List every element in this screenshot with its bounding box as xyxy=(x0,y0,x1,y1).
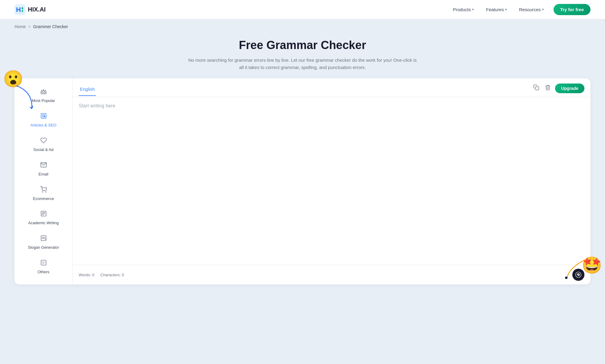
others-icon xyxy=(40,259,47,268)
sidebar-label-social-ad: Social & Ad xyxy=(33,147,54,152)
breadcrumb-home[interactable]: Home xyxy=(15,24,26,29)
svg-point-24 xyxy=(42,261,43,262)
logo-icon xyxy=(15,4,25,15)
crown-icon xyxy=(40,88,47,97)
breadcrumb-separator: > xyxy=(28,24,31,29)
articles-icon xyxy=(40,113,47,121)
sidebar-item-slogan-generator[interactable]: Slogan Generator xyxy=(17,231,70,254)
academic-icon xyxy=(40,210,47,219)
sidebar-item-articles-seo[interactable]: Articles & SEO xyxy=(17,108,70,132)
features-chevron-icon: ▾ xyxy=(505,8,507,11)
sidebar-label-slogan-generator: Slogan Generator xyxy=(28,245,59,250)
emoji-arrow-left xyxy=(15,84,36,112)
breadcrumb: Home > Grammer Checker xyxy=(0,19,605,29)
header: HIX.AI Products ▾ Features ▾ Resources ▾… xyxy=(0,0,605,19)
sidebar-label-articles-seo: Articles & SEO xyxy=(31,123,57,128)
word-count: Words: 0 xyxy=(79,273,94,277)
main-card: Most Popular Articles & SEO Social & Ad … xyxy=(15,78,590,284)
svg-point-14 xyxy=(42,192,43,192)
toolbar-right: Upgrade xyxy=(532,83,584,97)
svg-rect-20 xyxy=(41,236,46,241)
hero-section: Free Grammar Checker No more searching f… xyxy=(0,29,605,78)
sidebar-item-others[interactable]: Others xyxy=(17,255,70,279)
svg-point-30 xyxy=(42,264,43,264)
emoji-decoration-left: 😮 xyxy=(3,69,23,88)
editor-footer: Words: 0 Characters: 0 xyxy=(73,265,590,284)
try-for-free-button[interactable]: Try for free xyxy=(554,4,590,15)
nav-features[interactable]: Features ▾ xyxy=(481,5,512,15)
svg-rect-1 xyxy=(16,7,18,12)
breadcrumb-current: Grammer Checker xyxy=(33,24,68,29)
svg-point-4 xyxy=(21,7,23,9)
editor-body[interactable]: Start writing here xyxy=(73,97,590,265)
main-content: 😮 🤩 Most Popular A xyxy=(0,78,605,299)
svg-point-27 xyxy=(42,262,43,263)
editor-area: English xyxy=(73,78,590,284)
sidebar-item-email[interactable]: Email xyxy=(17,157,70,181)
svg-rect-5 xyxy=(22,10,23,12)
sidebar-label-others: Others xyxy=(38,270,49,275)
logo-text: HIX.AI xyxy=(28,6,46,13)
svg-point-15 xyxy=(45,192,46,192)
emoji-decoration-right: 🤩 xyxy=(582,256,602,275)
svg-point-6 xyxy=(565,277,567,279)
slogan-icon xyxy=(40,235,47,243)
editor-placeholder: Start writing here xyxy=(79,103,584,109)
svg-point-29 xyxy=(44,262,45,263)
upgrade-button[interactable]: Upgrade xyxy=(555,84,584,93)
word-count-area: Words: 0 Characters: 0 xyxy=(79,273,124,277)
logo[interactable]: HIX.AI xyxy=(15,4,46,15)
sidebar-item-social-ad[interactable]: Social & Ad xyxy=(17,133,70,157)
svg-rect-3 xyxy=(18,9,19,10)
svg-rect-32 xyxy=(536,87,539,90)
svg-point-26 xyxy=(44,261,45,262)
editor-toolbar: English xyxy=(73,78,590,97)
hero-description: No more searching for grammar errors lin… xyxy=(188,57,418,71)
sidebar-label-ecommerce: Ecommerce xyxy=(33,196,54,202)
sidebar-item-academic-writing[interactable]: Academic Writing xyxy=(17,206,70,230)
delete-button[interactable] xyxy=(544,83,552,93)
tab-row: English xyxy=(79,84,96,96)
emoji-arrow-right xyxy=(563,258,587,279)
email-icon xyxy=(40,162,47,170)
main-nav: Products ▾ Features ▾ Resources ▾ Try fo… xyxy=(448,4,590,15)
char-count: Characters: 0 xyxy=(100,273,124,277)
svg-point-28 xyxy=(43,262,44,263)
tab-english[interactable]: English xyxy=(79,84,96,96)
products-chevron-icon: ▾ xyxy=(472,8,474,11)
sidebar-item-ecommerce[interactable]: Ecommerce xyxy=(17,182,70,206)
svg-rect-2 xyxy=(19,7,21,12)
svg-point-31 xyxy=(43,264,44,264)
nav-resources[interactable]: Resources ▾ xyxy=(514,5,549,15)
sidebar-label-email: Email xyxy=(38,172,48,177)
page-title: Free Grammar Checker xyxy=(15,39,590,52)
cart-icon xyxy=(40,186,47,195)
trash-icon xyxy=(545,84,551,90)
resources-chevron-icon: ▾ xyxy=(542,8,544,11)
heart-icon xyxy=(40,137,47,146)
copy-icon xyxy=(533,84,539,90)
svg-point-25 xyxy=(43,261,44,262)
svg-rect-12 xyxy=(44,116,45,117)
copy-button[interactable] xyxy=(532,83,541,93)
sidebar-label-academic-writing: Academic Writing xyxy=(28,221,59,226)
nav-products[interactable]: Products ▾ xyxy=(448,5,479,15)
